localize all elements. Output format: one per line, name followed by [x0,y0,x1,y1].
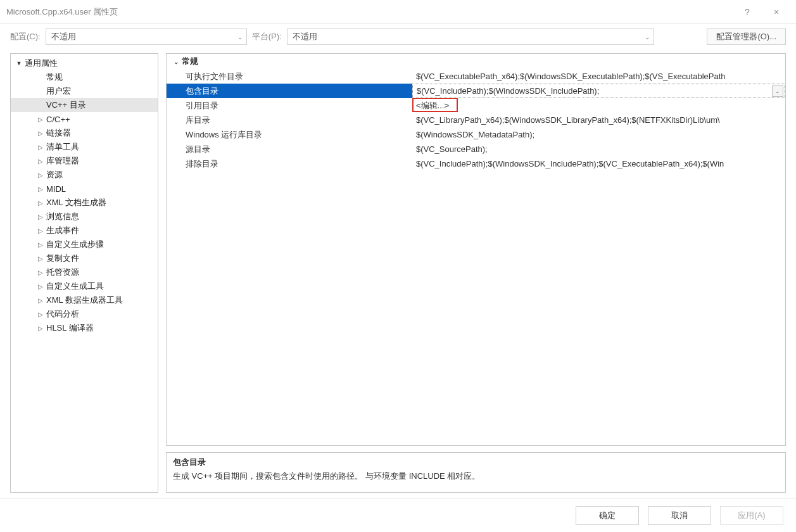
tree-item[interactable]: VC++ 目录 [11,98,158,112]
tree-root-label: 通用属性 [23,58,58,69]
chevron-down-icon: ⌄ [170,58,182,65]
tree-item-label: HLSL 编译器 [45,322,94,334]
tree-item[interactable]: ▷XML 数据生成器工具 [11,293,158,307]
tree-item[interactable]: ▷链接器 [11,126,158,140]
expand-icon[interactable]: ▷ [36,297,45,304]
tree[interactable]: ▼ 通用属性 常规用户宏VC++ 目录▷C/C++▷链接器▷清单工具▷库管理器▷… [10,53,158,493]
toolbar: 配置(C): 不适用 ⌄ 平台(P): 不适用 ⌄ 配置管理器(O)... [0,24,796,49]
tree-item[interactable]: ▷清单工具 [11,140,158,154]
tree-item-label: 资源 [45,169,63,180]
expand-icon[interactable]: ▷ [36,311,45,318]
grid-row[interactable]: 可执行文件目录$(VC_ExecutablePath_x64);$(Window… [167,69,785,84]
grid-row[interactable]: 包含目录$(VC_IncludePath);$(WindowsSDK_Inclu… [167,84,785,98]
config-label: 配置(C): [10,31,41,42]
expand-icon[interactable]: ▷ [36,325,45,332]
tree-item[interactable]: ▷XML 文档生成器 [11,196,158,210]
config-manager-button[interactable]: 配置管理器(O)... [707,28,786,45]
tree-item-label: 链接器 [45,127,71,139]
tree-item-label: 常规 [45,72,63,83]
cancel-button[interactable]: 取消 [648,506,711,525]
grid-row[interactable]: 排除目录$(VC_IncludePath);$(WindowsSDK_Inclu… [167,156,785,171]
grid-row-name: 排除目录 [167,156,412,171]
help-icon[interactable]: ? [733,2,762,22]
expand-icon[interactable]: ▷ [36,227,45,234]
grid-row-value[interactable]: $(WindowsSDK_MetadataPath); [412,127,785,142]
close-icon[interactable]: × [762,2,791,22]
tree-item[interactable]: ▷HLSL 编译器 [11,321,158,335]
tree-item[interactable]: ▷复制文件 [11,251,158,265]
grid-row[interactable]: 库目录$(VC_LibraryPath_x64);$(WindowsSDK_Li… [167,113,785,127]
tree-item[interactable]: 常规 [11,70,158,84]
tree-item[interactable]: ▷MIDL [11,182,158,196]
expand-icon[interactable]: ▷ [36,213,45,220]
grid-row-name: 库目录 [167,113,412,127]
main: ▼ 通用属性 常规用户宏VC++ 目录▷C/C++▷链接器▷清单工具▷库管理器▷… [0,49,796,498]
expand-icon[interactable]: ▷ [36,116,45,123]
tree-item[interactable]: ▷库管理器 [11,154,158,168]
grid-row-value-text: $(WindowsSDK_MetadataPath); [416,130,534,139]
tree-item[interactable]: ▷资源 [11,168,158,182]
tree-item-label: XML 文档生成器 [45,197,106,208]
tree-item-label: 自定义生成步骤 [45,239,104,250]
ok-button[interactable]: 确定 [576,506,639,525]
tree-item-label: MIDL [45,184,66,194]
chevron-down-icon: ⌄ [645,33,650,40]
grid-row-value-text: $(VC_LibraryPath_x64);$(WindowsSDK_Libra… [416,115,720,125]
expand-icon[interactable]: ▷ [36,255,45,262]
grid-row-value[interactable]: $(VC_IncludePath);$(WindowsSDK_IncludePa… [412,84,785,98]
grid-row-value[interactable]: $(VC_SourcePath); [412,142,785,156]
tree-item[interactable]: ▷浏览信息 [11,210,158,224]
tree-item-label: 托管资源 [45,267,79,278]
expand-icon[interactable]: ▷ [36,241,45,248]
tree-item-label: 代码分析 [45,308,79,320]
titlebar: Microsoft.Cpp.x64.user 属性页 ? × [0,0,796,24]
tree-root[interactable]: ▼ 通用属性 [11,56,158,70]
expand-icon[interactable]: ▷ [36,283,45,290]
dropdown-button[interactable]: ⌄ [772,86,783,97]
grid-row-value[interactable]: $(VC_LibraryPath_x64);$(WindowsSDK_Libra… [412,113,785,127]
grid-row-value-text: $(VC_ExecutablePath_x64);$(WindowsSDK_Ex… [416,72,726,81]
grid-row-value[interactable]: $(VC_IncludePath);$(WindowsSDK_IncludePa… [412,156,785,171]
tree-item[interactable]: ▷生成事件 [11,224,158,238]
right-column: ⌄ 常规 可执行文件目录$(VC_ExecutablePath_x64);$(W… [166,53,786,493]
chevron-down-icon: ⌄ [237,33,243,40]
tree-item-label: 复制文件 [45,253,79,264]
expand-icon[interactable]: ▷ [36,172,45,179]
footer: 确定 取消 应用(A) [0,498,796,532]
expand-icon[interactable]: ▷ [36,144,45,151]
grid-row[interactable]: Windows 运行库目录$(WindowsSDK_MetadataPath); [167,127,785,142]
grid-row-value[interactable]: <编辑...> [412,98,785,113]
grid-category[interactable]: ⌄ 常规 [167,54,785,69]
tree-item[interactable]: ▷自定义生成步骤 [11,238,158,251]
grid-row-name: Windows 运行库目录 [167,127,412,142]
expand-icon[interactable]: ▷ [36,269,45,276]
tree-item[interactable]: ▷代码分析 [11,307,158,321]
window-title: Microsoft.Cpp.x64.user 属性页 [6,6,733,18]
tree-item[interactable]: 用户宏 [11,84,158,98]
platform-combo[interactable]: 不适用 ⌄ [287,28,654,45]
grid-row[interactable]: 源目录$(VC_SourcePath); [167,142,785,156]
tree-item-label: 浏览信息 [45,211,79,222]
grid-row-value-text: $(VC_IncludePath);$(WindowsSDK_IncludePa… [416,159,724,168]
tree-item-label: VC++ 目录 [45,99,86,111]
grid-row-value-text: <编辑...> [416,100,449,111]
tree-item[interactable]: ▷C/C++ [11,112,158,126]
tree-toggle-icon[interactable]: ▼ [15,60,23,66]
expand-icon[interactable]: ▷ [36,130,45,137]
expand-icon[interactable]: ▷ [36,200,45,206]
expand-icon[interactable]: ▷ [36,186,45,193]
grid-row-value[interactable]: $(VC_ExecutablePath_x64);$(WindowsSDK_Ex… [412,69,785,84]
expand-icon[interactable]: ▷ [36,158,45,165]
tree-item-label: C/C++ [45,115,70,124]
tree-item[interactable]: ▷自定义生成工具 [11,279,158,293]
grid-row-value-text: $(VC_SourcePath); [416,144,488,154]
platform-label: 平台(P): [252,31,282,42]
tree-item-label: 自定义生成工具 [45,281,104,292]
apply-button[interactable]: 应用(A) [720,506,783,525]
tree-item[interactable]: ▷托管资源 [11,265,158,279]
grid-row[interactable]: 引用目录<编辑...> [167,98,785,113]
grid-row-name: 包含目录 [167,84,412,98]
description-text: 生成 VC++ 项目期间，搜索包含文件时使用的路径。 与环境变量 INCLUDE… [173,471,779,482]
tree-item-label: 清单工具 [45,141,79,153]
config-combo[interactable]: 不适用 ⌄ [46,28,247,45]
